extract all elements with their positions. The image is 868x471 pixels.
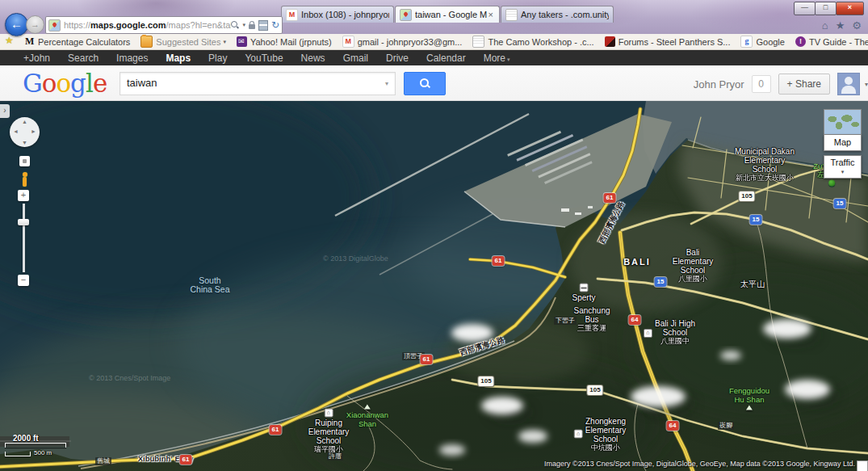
gbar-item-play[interactable]: Play [199, 53, 236, 64]
panel-expand-arrow[interactable]: › [0, 104, 10, 118]
favorite-item[interactable]: Yahoo! Mail (jrpnuts) [237, 36, 332, 47]
map-type-thumbnail[interactable] [824, 109, 862, 135]
map-label[interactable]: Sperty [572, 284, 596, 302]
favorite-label: Forums - Steel Panthers S... [619, 37, 731, 47]
imagery-watermark: © 2013 Cnes/Spot Image [89, 374, 170, 382]
reset-view-button[interactable] [19, 156, 30, 166]
favorite-item[interactable]: Suggested Sites▾ [140, 36, 226, 48]
pan-up-icon[interactable]: ▲ [22, 119, 27, 124]
pan-left-icon[interactable]: ◄ [13, 128, 19, 134]
share-button[interactable]: + Share [778, 74, 830, 95]
pan-down-icon[interactable]: ▼ [22, 140, 27, 145]
pegman-body [23, 177, 27, 187]
search-history-caret[interactable]: ▾ [385, 80, 388, 87]
map-label[interactable]: Municipal DakanElementarySchool新北市立大崁國小 [735, 147, 795, 182]
notification-badge[interactable]: 0 [752, 75, 771, 93]
route-shield-61: 61 [493, 256, 505, 266]
gbar-item-more[interactable]: More ▾ [475, 53, 519, 64]
camo-favicon [472, 36, 484, 48]
map-label[interactable]: Bali Ji HighSchool八里國中 [655, 319, 695, 345]
zoom-slider-handle[interactable] [18, 219, 29, 225]
avatar-caret-icon[interactable]: ▾ [865, 81, 868, 88]
tab-label: Any takers - .com.unity Forums [521, 10, 609, 19]
address-dropdown-caret[interactable]: ▾ [242, 22, 245, 28]
zoom-out-button[interactable]: − [18, 275, 29, 286]
favorite-label: TV Guide - The New Zeala... [809, 37, 868, 47]
address-bar[interactable]: https://maps.google.com/maps?hl=en&tab=m… [45, 16, 283, 34]
peak-icon [364, 405, 371, 410]
map-corner-widget[interactable] [857, 460, 868, 471]
gbar-item-images[interactable]: Images [107, 53, 157, 64]
zoom-slider-track[interactable] [23, 204, 25, 272]
logo-letter: g [70, 69, 86, 98]
google-logo[interactable]: Google [23, 69, 107, 98]
url-text[interactable]: https://maps.google.com/maps?hl=en&tab=m… [64, 20, 231, 30]
favorites-star-icon[interactable]: ★ [836, 19, 845, 32]
favorite-item[interactable]: TV Guide - The New Zeala... [795, 36, 868, 47]
compatibility-view-icon[interactable] [258, 20, 268, 31]
traffic-button[interactable]: Traffic ▾ [824, 155, 862, 179]
user-name[interactable]: John Pryor [694, 78, 744, 90]
map-label[interactable]: ZhongkengElementarySchool中坑國小 [585, 417, 627, 452]
close-button[interactable]: × [836, 2, 864, 15]
logo-letter: l [86, 69, 93, 98]
pan-right-icon[interactable]: ► [31, 128, 36, 134]
yahoo-favicon [237, 36, 247, 47]
magnifier-icon [420, 78, 430, 88]
map-label[interactable]: FengguidouHu Shan [729, 386, 769, 411]
gear-icon[interactable]: ⚙ [852, 19, 862, 32]
tree-icon [828, 180, 835, 187]
header-right: John Pryor 0 + Share ▾ [694, 73, 860, 95]
map-viewport[interactable]: © 2013 Cnes/Spot Image © 2013 DigitalGlo… [0, 101, 868, 471]
map-label[interactable]: XiaonanwanShan [346, 405, 388, 428]
route-shield-15: 15 [834, 199, 846, 208]
pan-control[interactable]: ▲ ▼ ◄ ► [10, 117, 40, 147]
scale-secondary-bar [5, 452, 31, 456]
gbar-item-calendar[interactable]: Calendar [417, 53, 475, 64]
favorite-item[interactable]: Forums - Steel Panthers S... [605, 36, 731, 47]
gbar-item-news[interactable]: News [292, 53, 334, 64]
favorites-bar-items: Percentage CalculatorsSuggested Sites▾Ya… [24, 36, 868, 48]
browser-tab[interactable]: taiwan - Google Maps× [395, 6, 500, 23]
forward-button[interactable]: → [26, 15, 44, 34]
route-shield-61: 61 [270, 425, 282, 435]
home-icon[interactable]: ⌂ [822, 19, 828, 32]
map-label: SouthChina Sea [190, 276, 229, 294]
favorite-item[interactable]: Google [740, 36, 784, 48]
minimize-button[interactable]: — [794, 2, 816, 15]
zoom-in-button[interactable]: + [18, 190, 29, 201]
pegman-street-view[interactable] [20, 172, 29, 187]
tab-close-button[interactable]: × [487, 10, 495, 19]
browser-tab[interactable]: Inbox (108) - johnpryor33@gm... [281, 6, 394, 23]
gbar-item-gmail[interactable]: Gmail [334, 53, 377, 64]
refresh-button[interactable]: ↻ [271, 20, 279, 30]
gbar-item-john[interactable]: +John [15, 53, 59, 64]
folder-favicon [140, 36, 153, 48]
map-label[interactable]: RuipingElementarySchool瑞平國小 [308, 409, 350, 453]
gbar-item-youtube[interactable]: YouTube [236, 53, 291, 64]
maximize-button[interactable]: □ [815, 2, 837, 15]
avatar[interactable]: ▾ [837, 73, 860, 95]
map-label: 崁腳 [718, 422, 734, 430]
browser-tab[interactable]: Any takers - .com.unity Forums [501, 6, 614, 23]
chevron-down-icon: ▾ [223, 39, 226, 45]
map-label[interactable]: SanchungBus三重客運 [573, 306, 610, 332]
gbar-item-maps[interactable]: Maps [157, 53, 199, 64]
favorite-item[interactable]: Percentage Calculators [24, 36, 130, 47]
map-type-button[interactable]: Map [824, 135, 862, 151]
scale-secondary-label: 500 m [34, 449, 52, 456]
search-button[interactable] [404, 72, 446, 95]
address-search-icon[interactable] [231, 21, 239, 29]
maps-header: Google ▾ John Pryor 0 + Share ▾ [0, 65, 868, 101]
map-label[interactable]: BaliElementarySchool八里國小 [673, 248, 714, 283]
peak-icon [746, 406, 753, 410]
map-type-control: Map Traffic ▾ [824, 109, 862, 179]
gbar-item-drive[interactable]: Drive [377, 53, 417, 64]
favorite-item[interactable]: gmail - johnpryor33@gm... [342, 36, 463, 48]
gbar-item-search[interactable]: Search [59, 53, 107, 64]
add-favorite-icon[interactable] [5, 36, 16, 48]
favorite-item[interactable]: The Camo Workshop - .c... [472, 36, 593, 48]
back-button[interactable]: ← [5, 13, 28, 36]
map-label[interactable]: 太平山 [740, 280, 765, 288]
search-input[interactable] [120, 73, 388, 93]
